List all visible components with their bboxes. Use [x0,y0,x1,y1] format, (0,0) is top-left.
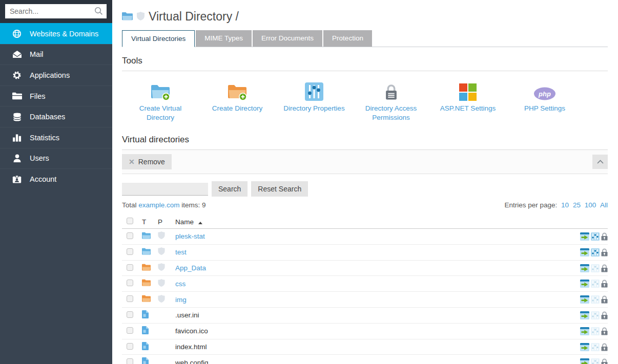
remove-button[interactable]: ✕ Remove [122,154,172,169]
reset-search-button[interactable]: Reset Search [251,181,308,197]
open-directory-icon[interactable] [580,358,589,364]
protection-shield-icon [158,247,165,257]
directory-name[interactable]: test [175,248,187,256]
folder-add-orange-icon [227,77,248,101]
directory-name[interactable]: img [175,296,187,304]
sidebar-item-account[interactable]: Account [0,168,112,189]
globe-icon [12,29,22,38]
sidebar-item-label: Applications [30,71,70,79]
row-checkbox[interactable] [127,311,133,318]
entries-option-10[interactable]: 10 [561,201,569,209]
directory-name[interactable]: favicon.ico [175,327,208,335]
tool-directory-properties[interactable]: Directory Properties [276,74,353,122]
sidebar-item-mail[interactable]: Mail [0,44,112,65]
open-directory-icon[interactable] [580,248,589,256]
search-icon[interactable] [94,7,103,17]
shield-icon [137,10,145,24]
directory-properties-icon[interactable] [591,343,600,351]
tool-create-virtual-directory[interactable]: Create Virtual Directory [122,74,199,122]
access-permissions-icon[interactable] [601,343,608,351]
remove-button-label: Remove [138,158,165,166]
open-directory-icon[interactable] [580,311,589,319]
access-permissions-icon[interactable] [601,280,608,288]
entries-option-all[interactable]: All [600,201,608,209]
row-checkbox[interactable] [127,295,133,302]
row-checkbox[interactable] [127,358,133,364]
directory-properties-icon[interactable] [591,311,600,319]
directory-properties-icon[interactable] [591,232,600,241]
directory-properties-icon[interactable] [591,264,600,272]
directory-name[interactable]: plesk-stat [175,232,205,240]
open-directory-icon[interactable] [580,264,589,272]
collapse-button[interactable] [592,155,608,169]
tab-mime-types[interactable]: MIME Types [196,30,252,47]
select-all-checkbox[interactable] [127,218,133,224]
open-directory-icon[interactable] [580,343,589,351]
open-directory-icon[interactable] [580,280,589,288]
column-name[interactable]: Name [171,218,608,226]
table-body: plesk-stat [122,229,608,364]
column-type[interactable]: T [138,218,154,226]
directory-name[interactable]: css [175,280,186,288]
tool-aspnet-settings[interactable]: ASP.NET Settings [429,74,506,122]
table-row: favicon.ico [122,324,608,339]
tool-label: Create Virtual Directory [127,104,194,122]
sidebar-item-users[interactable]: Users [0,148,112,169]
sidebar-search-input[interactable] [5,4,107,18]
sidebar-item-label: Mail [30,50,44,58]
access-permissions-icon[interactable] [601,295,608,304]
sidebar-item-databases[interactable]: Databases [0,106,112,127]
directory-properties-icon[interactable] [591,248,600,256]
tab-error-documents[interactable]: Error Documents [253,30,322,47]
entries-option-25[interactable]: 25 [573,201,581,209]
directories-table: T P Name plesk-stat [122,215,608,364]
access-permissions-icon[interactable] [601,264,608,272]
table-row: App_Data [122,261,608,276]
row-checkbox[interactable] [127,327,133,334]
column-protection[interactable]: P [154,218,171,226]
svg-text:php: php [538,90,551,98]
row-checkbox[interactable] [127,343,133,350]
search-button[interactable]: Search [212,181,248,197]
directory-properties-icon[interactable] [591,327,600,335]
open-directory-icon[interactable] [580,327,589,335]
access-permissions-icon[interactable] [601,248,608,256]
user-icon [12,154,22,162]
virtual-directories-heading: Virtual directories [122,135,608,150]
list-search-input[interactable] [122,183,208,196]
tool-label: Directory Properties [283,104,344,113]
row-checkbox[interactable] [127,280,133,286]
directory-name[interactable]: web.config [175,359,209,364]
sidebar-item-statistics[interactable]: Statistics [0,127,112,148]
directory-name[interactable]: index.html [175,343,207,351]
page-title: Virtual Directory / [122,10,608,24]
access-permissions-icon[interactable] [601,311,608,319]
domain-link[interactable]: example.com [138,201,179,209]
row-checkbox[interactable] [127,248,133,255]
open-directory-icon[interactable] [580,232,589,241]
access-permissions-icon[interactable] [601,358,608,364]
row-checkbox[interactable] [127,232,133,239]
directory-properties-icon[interactable] [591,295,600,304]
tool-label: Directory Access Permissions [358,104,424,122]
access-permissions-icon[interactable] [601,327,608,335]
tool-directory-access-permissions[interactable]: Directory Access Permissions [353,74,429,122]
row-checkbox[interactable] [127,264,133,271]
directory-properties-icon[interactable] [591,280,600,288]
tool-php-settings[interactable]: php PHP Settings [506,74,583,122]
tool-create-directory[interactable]: Create Directory [199,74,276,122]
sidebar-item-files[interactable]: Files [0,85,112,106]
lock-icon [384,77,398,101]
access-permissions-icon[interactable] [601,232,608,241]
sidebar-item-websites-domains[interactable]: Websites & Domains [0,23,112,44]
main-content: Virtual Directory / Virtual Directories … [112,0,618,364]
directory-name[interactable]: App_Data [175,264,206,272]
entries-option-100[interactable]: 100 [585,201,596,209]
tab-virtual-directories[interactable]: Virtual Directories [122,30,195,47]
directory-properties-icon[interactable] [591,358,600,364]
sidebar-item-applications[interactable]: Applications [0,65,112,85]
table-row: .user.ini [122,308,608,324]
tab-protection[interactable]: Protection [323,30,372,47]
directory-name[interactable]: .user.ini [175,311,199,319]
open-directory-icon[interactable] [580,295,589,304]
